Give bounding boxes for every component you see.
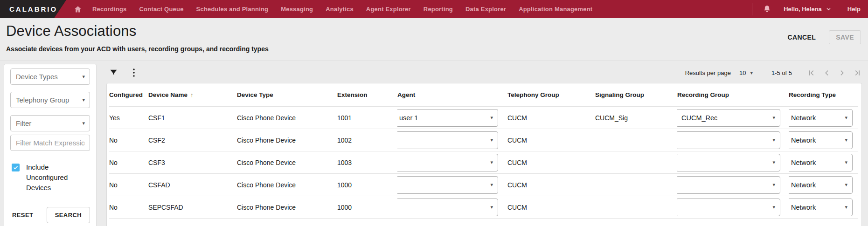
cell-agent: ▾: [397, 131, 507, 149]
recording-group-select[interactable]: ▾: [677, 176, 780, 194]
checkmark-icon: [13, 164, 19, 171]
filter-columns-button[interactable]: [109, 68, 118, 77]
results-per-page-value: 10: [739, 69, 746, 76]
cell-agent: ▾: [397, 199, 507, 216]
nav-item-recordings[interactable]: Recordings: [92, 6, 127, 13]
recording-group-select[interactable]: ▾: [677, 131, 780, 149]
recording-type-select[interactable]: Network▾: [789, 176, 853, 194]
cell-agent: user 1▾: [397, 109, 507, 127]
next-page-button[interactable]: [838, 68, 847, 77]
column-header-device-name[interactable]: Device Name↑: [148, 91, 237, 98]
column-header-configured[interactable]: Configured: [109, 91, 148, 98]
caret-down-icon: ▾: [772, 115, 775, 120]
column-header-label: Device Name: [148, 91, 187, 98]
cell-device-name: CSF2: [148, 137, 237, 144]
include-unconfigured-label[interactable]: Include Unconfigured Devices: [26, 162, 90, 192]
help-link[interactable]: Help: [847, 6, 861, 13]
caret-down-icon: ▾: [82, 97, 85, 103]
nav-item-contact-queue[interactable]: Contact Queue: [139, 6, 184, 13]
results-per-page-select[interactable]: 10 ▾: [739, 69, 753, 76]
cell-extension: 1002: [337, 137, 397, 144]
device-associations-page: CALABRIO Recordings Contact Queue Schedu…: [0, 0, 868, 226]
reset-button[interactable]: RESET: [10, 212, 35, 219]
previous-page-button[interactable]: [822, 68, 831, 77]
nav-item-data-explorer[interactable]: Data Explorer: [465, 6, 506, 13]
cell-extension: 1001: [337, 114, 397, 122]
column-header-signaling-group[interactable]: Signaling Group: [595, 91, 677, 98]
save-button[interactable]: SAVE: [829, 30, 861, 44]
recording-type-select[interactable]: Network▾: [789, 131, 853, 149]
column-header-extension[interactable]: Extension: [337, 91, 397, 98]
caret-down-icon: ▾: [82, 121, 85, 126]
recording-group-select[interactable]: CUCM_Rec▾: [677, 109, 780, 127]
column-header-agent[interactable]: Agent: [397, 91, 507, 98]
caret-down-icon: ▾: [82, 74, 85, 79]
telephony-group-select[interactable]: Telephony Group ▾: [10, 92, 90, 108]
table-row: No CSF3 Cisco Phone Device 1003 ▾ CUCM ▾…: [109, 151, 858, 174]
search-button[interactable]: SEARCH: [47, 207, 90, 223]
caret-down-icon: ▾: [845, 182, 847, 187]
nav-item-analytics[interactable]: Analytics: [326, 6, 354, 13]
table-row: No CSF2 Cisco Phone Device 1002 ▾ CUCM ▾…: [109, 129, 858, 151]
recording-type-select-value: Network: [791, 204, 816, 211]
last-page-icon: [853, 68, 862, 77]
nav-item-messaging[interactable]: Messaging: [281, 6, 313, 13]
nav-item-schedules-and-planning[interactable]: Schedules and Planning: [196, 6, 269, 13]
table-row: No SEPCSFAD Cisco Phone Device 1000 ▾ CU…: [109, 196, 858, 219]
cell-device-type: Cisco Phone Device: [237, 159, 337, 166]
chevron-left-icon: [822, 68, 831, 77]
cancel-button[interactable]: CANCEL: [788, 34, 816, 41]
home-icon: [74, 5, 82, 14]
more-options-button[interactable]: [129, 68, 139, 78]
agent-select[interactable]: ▾: [397, 131, 498, 149]
nav-item-reporting[interactable]: Reporting: [424, 6, 453, 13]
last-page-button[interactable]: [853, 68, 862, 77]
nav-item-application-management[interactable]: Application Management: [519, 6, 592, 13]
column-header-recording-type[interactable]: Recording Type: [789, 91, 858, 98]
cell-device-type: Cisco Phone Device: [237, 204, 337, 211]
chevron-down-icon: [826, 6, 832, 12]
nav-item-agent-explorer[interactable]: Agent Explorer: [366, 6, 411, 13]
table-header-row: Configured Device Name↑ Device Type Exte…: [109, 83, 858, 107]
cell-recording-group: ▾: [677, 199, 789, 216]
cell-configured: Yes: [109, 114, 148, 122]
cell-recording-type: Network▾: [789, 131, 858, 149]
caret-down-icon: ▾: [845, 160, 847, 165]
cell-recording-group: ▾: [677, 154, 789, 171]
recording-type-select-value: Network: [791, 114, 816, 122]
include-unconfigured-checkbox[interactable]: [12, 164, 20, 171]
recording-type-select[interactable]: Network▾: [789, 109, 853, 127]
recording-type-select-value: Network: [791, 137, 816, 144]
agent-select[interactable]: ▾: [397, 176, 498, 194]
device-types-select[interactable]: Device Types ▾: [10, 68, 90, 85]
first-page-button[interactable]: [807, 68, 816, 77]
calabrio-logo[interactable]: CALABRIO: [0, 0, 66, 18]
column-header-device-type[interactable]: Device Type: [237, 91, 337, 98]
user-greeting-label: Hello, Helena: [784, 6, 822, 13]
top-navbar: CALABRIO Recordings Contact Queue Schedu…: [0, 0, 868, 18]
filter-select[interactable]: Filter ▾: [10, 115, 90, 131]
filter-sidebar: Device Types ▾ Telephony Group ▾ Filter …: [4, 64, 97, 226]
cell-extension: 1000: [337, 181, 397, 189]
recording-type-select[interactable]: Network▾: [789, 199, 853, 216]
column-header-telephony-group[interactable]: Telephony Group: [507, 91, 595, 98]
agent-select[interactable]: ▾: [397, 199, 498, 216]
cell-device-name: SEPCSFAD: [148, 204, 237, 211]
notifications-button[interactable]: [763, 5, 771, 14]
filter-match-expression-input[interactable]: [10, 135, 90, 151]
user-menu[interactable]: Hello, Helena: [784, 6, 832, 13]
recording-group-select[interactable]: ▾: [677, 154, 780, 171]
cell-extension: 1003: [337, 159, 397, 166]
column-header-recording-group[interactable]: Recording Group: [677, 91, 789, 98]
caret-down-icon: ▾: [490, 137, 493, 143]
agent-select[interactable]: user 1▾: [397, 109, 498, 127]
table-toolbar: Results per page 10 ▾ 1-5 of 5: [106, 64, 862, 81]
agent-select[interactable]: ▾: [397, 154, 498, 171]
primary-navigation: Recordings Contact Queue Schedules and P…: [92, 6, 592, 13]
cell-device-type: Cisco Phone Device: [237, 114, 337, 122]
home-nav-button[interactable]: [69, 5, 87, 14]
recording-group-select[interactable]: ▾: [677, 199, 780, 216]
header-actions: CANCEL SAVE: [788, 30, 861, 44]
caret-down-icon: ▾: [750, 70, 753, 75]
recording-type-select[interactable]: Network▾: [789, 154, 853, 171]
